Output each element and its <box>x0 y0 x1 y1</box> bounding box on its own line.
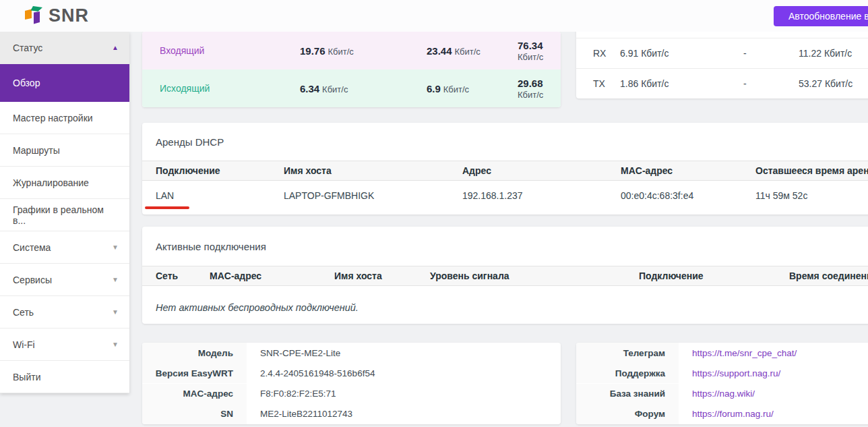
model-label: Модель <box>142 343 247 363</box>
support-links-card: Телеграм https://t.me/snr_cpe_chat/ Подд… <box>576 343 868 424</box>
chevron-down-icon: ▼ <box>112 341 119 348</box>
sidebar-item-label: Графики в реальном в... <box>13 204 119 226</box>
dhcp-card-title: Аренды DHCP <box>142 123 868 161</box>
sidebar-item-wizard[interactable]: Мастер настройки <box>0 102 129 134</box>
sidebar-item-label: Мастер настройки <box>13 113 93 123</box>
support-link[interactable]: https://support.nag.ru/ <box>692 368 780 378</box>
cell-lease-time: 11ч 59м 52с <box>755 190 868 201</box>
dhcp-table-row: LAN LAPTOP-GFMBHIGK 192.168.1.237 00:e0:… <box>142 181 868 210</box>
col-mac: MAC-адрес <box>621 165 755 176</box>
telegram-label: Телеграм <box>576 343 679 363</box>
tx-label: TX <box>593 78 620 89</box>
mac-label: MAC-адрес <box>142 384 247 404</box>
cell-connection: LAN <box>156 190 284 201</box>
sidebar-item-logging[interactable]: Журналирование <box>0 167 129 199</box>
unit-label: Кбит/с <box>328 47 353 57</box>
sidebar-item-label: Маршруты <box>13 145 60 156</box>
rx-value-2: 11.22 Кбит/с <box>799 48 868 59</box>
sidebar-item-label: Сеть <box>13 307 34 318</box>
col-hostname: Имя хоста <box>284 165 462 176</box>
col-hostname: Имя хоста <box>334 271 430 281</box>
col-mac: MAC-адрес <box>210 271 334 281</box>
unit-label: Кбит/с <box>518 90 543 100</box>
unit-label: Кбит/с <box>454 47 480 57</box>
connections-table-header: Сеть MAC-адрес Имя хоста Уровень сигнала… <box>142 266 868 286</box>
brand-name: SNR <box>49 5 89 26</box>
rx-value-1: 6.91 Кбит/с <box>620 48 743 59</box>
sidebar-item-overview[interactable]: Обзор <box>0 64 129 102</box>
sidebar-item-label: Сервисы <box>13 275 52 285</box>
sidebar-item-label: Журналирование <box>13 177 89 188</box>
sidebar-item-label: Обзор <box>13 78 40 88</box>
traffic-value: 6.34 Кбит/с <box>300 83 427 94</box>
connections-card-title: Активные подключения <box>142 227 868 266</box>
rx-label: RX <box>593 48 620 59</box>
knowledge-base-link[interactable]: https://nag.wiki/ <box>692 389 755 399</box>
unit-label: Кбит/с <box>322 84 348 94</box>
traffic-value: 29.68 Кбит/с <box>518 78 561 100</box>
col-uptime: Время соединения <box>789 271 868 281</box>
wan-rx-row: RX 6.91 Кбит/с - 11.22 Кбит/с <box>576 38 868 68</box>
sidebar-item-label: Система <box>13 242 51 253</box>
sidebar-item-realtime-graphs[interactable]: Графики в реальном в... <box>0 199 129 231</box>
sidebar-item-logout[interactable]: Выйти <box>0 361 129 393</box>
sidebar-item-status[interactable]: Статус ▲ <box>0 32 129 64</box>
traffic-value: 76.34 Кбит/с <box>518 40 561 62</box>
sn-value: ME2-LiteB2211012743 <box>247 404 561 424</box>
mac-value: F8:F0:82:F2:E5:71 <box>247 384 561 404</box>
model-value: SNR-CPE-ME2-Lite <box>247 343 561 363</box>
device-info-card: Модель SNR-CPE-ME2-Lite Версия EasyWRT 2… <box>142 343 561 424</box>
tx-value-2: 53.27 Кбит/с <box>799 78 868 89</box>
unit-label: Кбит/с <box>443 84 469 94</box>
red-underline-annotation <box>145 206 189 209</box>
col-lease-time: Оставшееся время аренды <box>755 165 868 176</box>
incoming-label: Входящий <box>160 45 300 56</box>
sidebar-item-system[interactable]: Система ▼ <box>0 231 129 264</box>
sidebar: Статус ▲ Обзор Мастер настройки Маршруты… <box>0 32 129 393</box>
traffic-card: Входящий 19.76 Кбит/с 23.44 Кбит/с 76.34… <box>142 32 561 107</box>
sidebar-item-services[interactable]: Сервисы ▼ <box>0 264 129 296</box>
telegram-link[interactable]: https://t.me/snr_cpe_chat/ <box>692 348 797 358</box>
unit-label: Кбит/с <box>518 52 543 62</box>
outgoing-label: Исходящий <box>160 83 300 94</box>
support-label: Поддержка <box>576 363 679 383</box>
traffic-value: 19.76 Кбит/с <box>300 45 427 57</box>
sidebar-item-network[interactable]: Сеть ▼ <box>0 296 129 329</box>
sidebar-item-wifi[interactable]: Wi-Fi ▼ <box>0 329 129 361</box>
rx-separator: - <box>743 48 799 59</box>
sidebar-item-label: Выйти <box>13 372 40 382</box>
wan-tx-row: TX 1.86 Кбит/с - 53.27 Кбит/с <box>576 68 868 98</box>
cell-hostname: LAPTOP-GFMBHIGK <box>284 190 462 201</box>
brand-logo: SNR <box>24 5 89 26</box>
col-connection: Подключение <box>156 165 284 176</box>
no-connections-message: Нет активных беспроводных подключений. <box>142 286 868 313</box>
firmware-version-value: 2.4.4-2405161948-516b6f54 <box>247 363 561 383</box>
snr-cube-icon <box>24 5 44 26</box>
sidebar-item-routes[interactable]: Маршруты <box>0 134 129 167</box>
traffic-value: 23.44 Кбит/с <box>427 45 518 57</box>
tx-value-1: 1.86 Кбит/с <box>620 78 743 89</box>
sn-label: SN <box>142 404 247 424</box>
traffic-row-outgoing: Исходящий 6.34 Кбит/с 6.9 Кбит/с 29.68 К… <box>142 69 561 107</box>
autoupdate-button[interactable]: Автообновление в <box>774 6 868 26</box>
firmware-version-label: Версия EasyWRT <box>142 363 247 383</box>
col-connection: Подключение <box>639 271 789 281</box>
sidebar-item-label: Wi-Fi <box>13 339 35 350</box>
chevron-down-icon: ▼ <box>112 244 119 251</box>
col-network: Сеть <box>156 271 210 281</box>
topbar: SNR Автообновление в <box>0 0 868 32</box>
knowledge-base-label: База знаний <box>576 384 679 404</box>
dhcp-leases-card: Аренды DHCP Подключение Имя хоста Адрес … <box>142 123 868 215</box>
traffic-value: 6.9 Кбит/с <box>427 83 518 94</box>
forum-label: Форум <box>576 404 679 424</box>
active-connections-card: Активные подключения Сеть MAC-адрес Имя … <box>142 227 868 324</box>
forum-link[interactable]: https://forum.nag.ru/ <box>692 409 774 419</box>
cell-address: 192.168.1.237 <box>462 190 621 201</box>
chevron-down-icon: ▼ <box>112 276 119 283</box>
col-address: Адрес <box>462 165 621 176</box>
traffic-row-incoming: Входящий 19.76 Кбит/с 23.44 Кбит/с 76.34… <box>142 32 561 69</box>
chevron-down-icon: ▼ <box>112 308 119 316</box>
cell-mac: 00:e0:4c:68:3f:e4 <box>621 190 755 201</box>
sidebar-item-label: Статус <box>13 42 42 53</box>
col-signal: Уровень сигнала <box>430 271 639 281</box>
